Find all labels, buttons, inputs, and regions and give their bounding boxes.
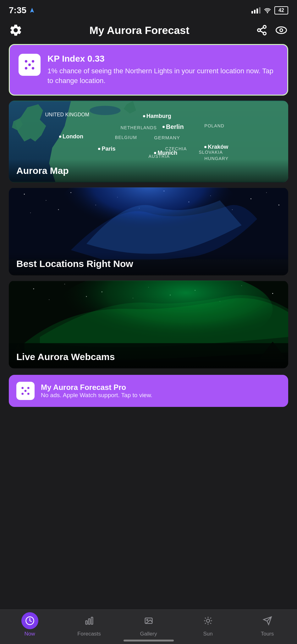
sun-icon	[203, 616, 213, 625]
svg-point-36	[49, 299, 49, 300]
svg-point-1	[280, 29, 283, 32]
svg-point-17	[250, 198, 251, 199]
svg-point-6	[25, 67, 27, 69]
share-button[interactable]	[256, 25, 267, 36]
svg-rect-50	[85, 621, 87, 624]
svg-point-45	[27, 387, 30, 389]
clock-icon	[25, 616, 35, 625]
pro-title: My Aurora Forecast Pro	[41, 383, 152, 392]
tab-tours-icon-wrap	[259, 612, 276, 629]
watch-button[interactable]	[274, 25, 288, 36]
settings-button[interactable]	[9, 23, 23, 37]
svg-point-11	[24, 194, 25, 195]
pro-description: No ads. Apple Watch support. Tap to view…	[41, 392, 152, 399]
time-display: 7:35	[9, 5, 26, 15]
kp-card-icon	[19, 54, 41, 76]
svg-line-63	[210, 618, 211, 619]
pro-banner[interactable]: My Aurora Forecast Pro No ads. Apple Wat…	[9, 375, 288, 407]
svg-point-44	[21, 387, 24, 389]
tab-tours-label: Tours	[261, 631, 274, 637]
tab-now-icon-wrap	[21, 612, 38, 629]
svg-line-60	[205, 618, 206, 619]
best-locations-overlay: Best Locations Right Now	[9, 252, 288, 275]
map-overlay: Aurora Map	[9, 159, 288, 182]
kp-text: KP Index 0.33 1% chance of seeing the No…	[47, 54, 278, 86]
nav-right-icons	[256, 25, 288, 36]
battery-icon: 42	[274, 6, 288, 14]
webcams-card[interactable]: Live Aurora Webcams	[9, 280, 288, 369]
tab-sun-label: Sun	[203, 631, 212, 637]
aurora-map-card[interactable]: UNITED KINGDOM London Hamburg Berlin NET…	[9, 101, 288, 182]
wifi-icon	[264, 7, 271, 14]
svg-point-48	[27, 392, 30, 395]
svg-point-35	[272, 293, 273, 294]
pro-text: My Aurora Forecast Pro No ads. Apple Wat…	[41, 383, 152, 399]
status-bar: 7:35 42	[0, 0, 297, 19]
svg-point-5	[28, 64, 31, 66]
eye-icon	[274, 25, 288, 36]
svg-rect-51	[88, 619, 90, 625]
map-label: Aurora Map	[16, 165, 281, 176]
tab-now-label: Now	[24, 631, 35, 637]
tab-sun[interactable]: Sun	[195, 612, 221, 637]
best-locations-label: Best Locations Right Now	[16, 258, 281, 269]
svg-point-12	[46, 200, 47, 201]
svg-point-47	[21, 392, 24, 395]
battery-level: 42	[278, 8, 284, 13]
svg-line-62	[205, 623, 206, 624]
home-indicator	[124, 640, 174, 641]
kp-title: KP Index 0.33	[47, 54, 278, 64]
tab-gallery-label: Gallery	[140, 631, 157, 637]
share-icon	[256, 25, 267, 36]
best-locations-card[interactable]: Best Locations Right Now	[9, 187, 288, 275]
kp-description: 1% chance of seeing the Northern Lights …	[47, 66, 278, 86]
svg-point-0	[276, 27, 287, 34]
tab-now[interactable]: Now	[17, 612, 42, 637]
svg-point-3	[25, 60, 27, 63]
page-title: My Aurora Forecast	[89, 24, 189, 36]
svg-point-46	[25, 390, 27, 392]
svg-point-25	[278, 204, 279, 205]
kp-index-card[interactable]: KP Index 0.33 1% chance of seeing the No…	[9, 44, 288, 96]
tab-tours[interactable]: Tours	[255, 612, 280, 637]
tab-sun-icon-wrap	[200, 612, 217, 629]
dice-icon	[22, 57, 37, 73]
tab-gallery[interactable]: Gallery	[136, 612, 161, 637]
pro-icon	[16, 382, 35, 400]
svg-point-4	[32, 60, 34, 63]
main-content: KP Index 0.33 1% chance of seeing the No…	[0, 44, 297, 369]
tab-gallery-icon-wrap	[140, 612, 157, 629]
gallery-icon	[144, 616, 153, 625]
svg-point-7	[32, 67, 34, 69]
gear-icon	[9, 23, 23, 37]
location-arrow-icon	[29, 7, 35, 14]
tab-forecasts-label: Forecasts	[77, 631, 101, 637]
webcams-label: Live Aurora Webcams	[16, 352, 281, 362]
webcams-overlay: Live Aurora Webcams	[9, 345, 288, 369]
svg-point-19	[30, 212, 31, 213]
bar-chart-icon	[85, 616, 94, 625]
svg-point-55	[206, 619, 210, 622]
signal-icon	[251, 7, 261, 14]
svg-rect-52	[91, 617, 93, 625]
tab-forecasts[interactable]: Forecasts	[77, 612, 102, 637]
svg-point-30	[64, 284, 65, 284]
svg-point-29	[33, 288, 34, 289]
navigation-bar: My Aurora Forecast	[0, 19, 297, 44]
tab-forecasts-icon-wrap	[81, 612, 98, 629]
plane-icon	[263, 616, 272, 625]
svg-point-18	[266, 192, 267, 193]
pro-dice-icon	[19, 384, 32, 397]
svg-point-54	[146, 619, 148, 621]
svg-line-61	[210, 623, 211, 624]
status-time: 7:35	[9, 5, 35, 15]
tab-bar: Now Forecasts Gallery	[0, 609, 297, 644]
status-icons: 42	[251, 6, 288, 14]
